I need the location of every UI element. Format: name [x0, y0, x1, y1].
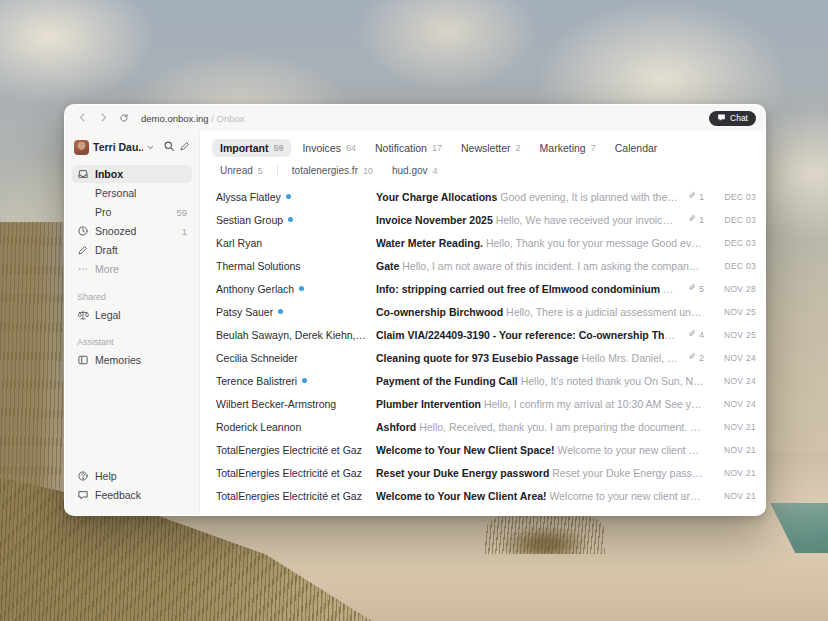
email-row[interactable]: Roderick Leannon Ashford Hello, Received…: [200, 415, 765, 438]
sidebar-item-label: Personal: [95, 187, 136, 199]
sidebar-item-label: Legal: [95, 309, 121, 321]
email-preview: Hello, It's noted thank you On Sun, Nov …: [521, 375, 704, 387]
email-sender: TotalEnergies Electricité et Gaz: [216, 467, 366, 479]
chat-button[interactable]: Chat: [709, 111, 756, 126]
tab-count: 2: [516, 143, 521, 153]
email-row[interactable]: Cecilia Schneider Cleaning quote for 973…: [200, 346, 765, 369]
email-date: NOV 25: [714, 307, 756, 317]
tab-newsletter[interactable]: Newsletter 2: [453, 139, 529, 157]
email-subject: Payment of the Funding Call: [376, 375, 518, 387]
attachment-count: 2: [699, 353, 704, 363]
filter-count: 10: [363, 166, 373, 176]
email-row[interactable]: TotalEnergies Electricité et Gaz Activat…: [200, 507, 765, 515]
browser-window: demo.onbox.ing / Onbox Chat Terri Dau...…: [64, 104, 766, 516]
account-name: Terri Dau...: [93, 141, 143, 153]
email-subject: Cleaning quote for 973 Eusebio Passage: [376, 352, 578, 364]
sidebar: Terri Dau... Inbox Personal Pro 59 Snooz…: [65, 131, 200, 515]
back-button[interactable]: [74, 110, 90, 126]
filter-label: hud.gov: [392, 165, 428, 176]
paperclip-icon: [688, 329, 697, 340]
email-row[interactable]: Sestian Group Invoice November 2025 Hell…: [200, 208, 765, 231]
sidebar-item-snoozed[interactable]: Snoozed 1: [72, 222, 192, 240]
account-switcher[interactable]: Terri Dau...: [72, 138, 192, 156]
sidebar-item-feedback[interactable]: Feedback: [72, 486, 192, 504]
mail-list-pane: Important 59 Invoices 64 Notification 17…: [200, 131, 765, 515]
sidebar-item-inbox[interactable]: Inbox: [72, 165, 192, 183]
email-row[interactable]: Thermal Solutions Gate Hello, I am not a…: [200, 254, 765, 277]
sidebar-item-legal[interactable]: Legal: [72, 306, 192, 324]
sidebar-item-draft[interactable]: Draft: [72, 241, 192, 259]
unread-dot: [288, 217, 293, 222]
email-row[interactable]: TotalEnergies Electricité et Gaz Welcome…: [200, 438, 765, 461]
email-sender: Cecilia Schneider: [216, 352, 366, 364]
chat-icon: [717, 113, 726, 124]
email-date: DEC 03: [714, 215, 756, 225]
email-row[interactable]: TotalEnergies Electricité et Gaz Reset y…: [200, 461, 765, 484]
filter-label: Unread: [220, 165, 253, 176]
email-date: NOV 21: [714, 491, 756, 501]
tab-calendar[interactable]: Calendar: [607, 139, 666, 157]
email-row[interactable]: Beulah Sawayn, Derek Kiehn, Hilda Schowa…: [200, 323, 765, 346]
paperclip-icon: [688, 191, 697, 202]
unread-dot: [302, 378, 307, 383]
sidebar-item-memories[interactable]: Memories: [72, 351, 192, 369]
email-row[interactable]: Terence Balistreri Payment of the Fundin…: [200, 369, 765, 392]
email-date: NOV 21: [714, 445, 756, 455]
email-subject: Co-ownership Birchwood: [376, 306, 503, 318]
tab-important[interactable]: Important 59: [212, 139, 291, 157]
tab-label: Invoices: [302, 142, 341, 154]
email-date: NOV 24: [714, 353, 756, 363]
email-row[interactable]: Alyssa Flatley Your Charge Allocations G…: [200, 185, 765, 208]
sidebar-item-pro[interactable]: Pro 59: [72, 203, 192, 221]
background-grass-left: [0, 222, 63, 522]
sidebar-section-title: Shared: [77, 292, 187, 302]
email-row[interactable]: Patsy Sauer Co-ownership Birchwood Hello…: [200, 300, 765, 323]
avatar[interactable]: [74, 140, 89, 155]
sidebar-item-label: Feedback: [95, 489, 141, 501]
search-button[interactable]: [163, 138, 175, 156]
reload-icon: [119, 109, 129, 127]
attachment-indicator: 4: [688, 329, 704, 340]
filter-count: 5: [258, 166, 263, 176]
attachment-indicator: 1: [688, 191, 704, 202]
filter-count: 4: [433, 166, 438, 176]
tab-notification[interactable]: Notification 17: [367, 139, 450, 157]
email-row[interactable]: TotalEnergies Electricité et Gaz Welcome…: [200, 484, 765, 507]
tab-count: 7: [591, 143, 596, 153]
filter-hud-gov[interactable]: hud.gov 4: [384, 163, 446, 178]
email-subject: Welcome to Your New Client Space!: [376, 444, 555, 456]
unread-dot: [278, 309, 283, 314]
forward-button[interactable]: [95, 110, 111, 126]
chevron-down-icon[interactable]: [146, 138, 155, 156]
email-subject: Info: stripping carried out free of Elmw…: [376, 283, 678, 295]
url-text: demo.onbox.ing: [141, 113, 209, 124]
email-preview: Hello, Thank you for your message Good e…: [486, 237, 704, 249]
tab-invoices[interactable]: Invoices 64: [294, 139, 364, 157]
sidebar-nav: Inbox Personal Pro 59 Snoozed 1 Draft Mo…: [72, 165, 192, 279]
app-body: Terri Dau... Inbox Personal Pro 59 Snooz…: [65, 131, 765, 515]
email-date: NOV 21: [714, 422, 756, 432]
tab-marketing[interactable]: Marketing 7: [532, 139, 604, 157]
filter-totalenergies-fr[interactable]: totalenergies.fr 10: [284, 163, 381, 178]
paperclip-icon: [688, 283, 697, 294]
email-preview: Reset your Duke Energy password Customer…: [552, 467, 704, 479]
email-preview: Hello, Received, thank you. I am prepari…: [419, 421, 704, 433]
sidebar-item-count: 59: [176, 207, 187, 218]
compose-button[interactable]: [179, 138, 190, 156]
email-subject: Plumber Intervention: [376, 398, 481, 410]
scale-icon: [77, 309, 89, 321]
email-row[interactable]: Karl Ryan Water Meter Reading. Hello, Th…: [200, 231, 765, 254]
tab-count: 59: [273, 143, 283, 153]
email-preview: Welcome to your new client area! Client …: [550, 490, 705, 502]
filter-unread[interactable]: Unread 5: [212, 163, 271, 178]
reload-button[interactable]: [116, 110, 132, 126]
search-icon: [163, 138, 175, 156]
sidebar-item-help[interactable]: Help: [72, 467, 192, 485]
email-row[interactable]: Wilbert Becker-Armstrong Plumber Interve…: [200, 392, 765, 415]
address-bar[interactable]: demo.onbox.ing / Onbox: [141, 113, 245, 124]
unread-dot: [299, 286, 304, 291]
sidebar-item-more[interactable]: More: [72, 260, 192, 278]
email-row[interactable]: Anthony Gerlach Info: stripping carried …: [200, 277, 765, 300]
sidebar-item-personal[interactable]: Personal: [72, 184, 192, 202]
tab-count: 17: [432, 143, 442, 153]
